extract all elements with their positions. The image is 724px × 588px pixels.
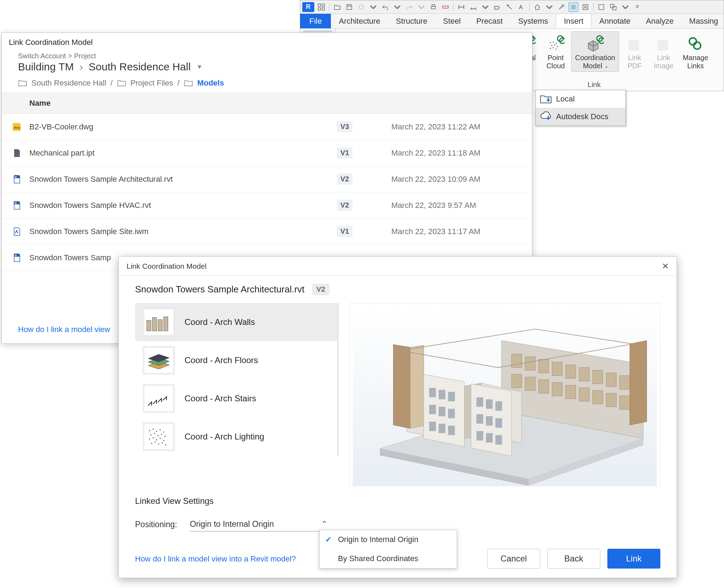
folder-icon	[117, 79, 126, 87]
file-date: March 22, 2023 11:22 AM	[391, 122, 480, 132]
tag-icon[interactable]	[492, 2, 502, 12]
view-item[interactable]: Coord - Arch Stairs	[135, 379, 337, 418]
open-icon[interactable]	[332, 2, 342, 12]
dropdown-caret-icon[interactable]: ▼	[196, 63, 203, 71]
back-button[interactable]: Back	[547, 549, 600, 569]
qat-dropdown-icon[interactable]	[620, 2, 630, 12]
tab-architecture[interactable]: Architecture	[331, 14, 388, 28]
dimension-aligned-icon[interactable]	[468, 2, 478, 12]
table-row[interactable]: Mechanical part.iptV1March 22, 2023 11:1…	[2, 140, 532, 166]
qat-dropdown-icon[interactable]	[392, 2, 402, 12]
svg-text:dwg: dwg	[14, 126, 20, 129]
svg-rect-124	[477, 431, 483, 441]
dropdown-item-autodesk-docs[interactable]: Autodesk Docs	[536, 108, 625, 126]
print-icon[interactable]	[428, 2, 438, 12]
point-cloud-button[interactable]: Point Cloud	[542, 31, 569, 72]
help-link[interactable]: How do I link a model view	[18, 325, 110, 334]
table-row[interactable]: Snowdon Towers Sample Site.iwmV1March 22…	[2, 219, 532, 245]
svg-rect-108	[620, 396, 630, 409]
save-icon[interactable]	[344, 2, 354, 12]
align-icon[interactable]	[504, 2, 514, 12]
positioning-dropdown[interactable]: Origin to Internal Origin ⌃	[190, 517, 328, 531]
close-icon[interactable]: ✕	[662, 261, 669, 271]
help-link[interactable]: How do I link a model view into a Revit …	[135, 554, 296, 564]
tab-structure[interactable]: Structure	[388, 14, 435, 28]
cloud-down-icon	[540, 111, 553, 122]
tab-precast[interactable]: Precast	[468, 14, 510, 28]
dropdown-item-local[interactable]: Local	[536, 90, 625, 108]
wrench-icon[interactable]	[556, 2, 566, 12]
tab-systems[interactable]: Systems	[510, 14, 556, 28]
project-name[interactable]: South Residence Hall	[89, 61, 191, 73]
views-list: Coord - Arch WallsCoord - Arch FloorsCoo…	[135, 303, 339, 456]
tab-steel[interactable]: Steel	[435, 14, 468, 28]
path-seg-1[interactable]: South Residence Hall	[31, 78, 106, 88]
svg-rect-122	[486, 416, 492, 426]
table-row[interactable]: RSnowdon Towers Sample Architectural.rvt…	[2, 166, 532, 192]
dimension-linear-icon[interactable]	[456, 2, 466, 12]
view-item[interactable]: Coord - Arch Lighting	[135, 418, 337, 456]
view-thumbnail	[143, 384, 175, 413]
qat-dropdown-icon[interactable]	[544, 2, 554, 12]
table-row[interactable]: dwgB2-VB-Cooler.dwgV3March 22, 2023 11:2…	[2, 114, 532, 140]
path-seg-3[interactable]: Models	[197, 78, 224, 88]
linked-view-settings-label: Linked View Settings	[119, 486, 677, 509]
path-seg-2[interactable]: Project Files	[130, 78, 173, 88]
positioning-option[interactable]: ✓Origin to Internal Origin	[320, 530, 457, 549]
column-name[interactable]: Name	[29, 99, 51, 108]
org-name[interactable]: Building TM	[18, 61, 74, 73]
view-item[interactable]: Coord - Arch Floors	[135, 341, 337, 379]
qat-dropdown-icon[interactable]	[416, 2, 426, 12]
thin-icon[interactable]	[568, 2, 578, 12]
tab-annotate[interactable]: Annotate	[591, 14, 638, 28]
svg-point-85	[151, 443, 152, 444]
file-name: Snowdon Towers Sample Site.iwm	[29, 227, 337, 236]
svg-point-74	[163, 432, 164, 433]
undo-icon[interactable]	[380, 2, 390, 12]
svg-point-84	[163, 440, 164, 441]
revit-app-icon[interactable]: R	[302, 2, 314, 12]
account-breadcrumb[interactable]: Switch Account > Project	[2, 52, 532, 60]
view-item[interactable]: Coord - Arch Walls	[135, 303, 337, 341]
svg-rect-102	[539, 380, 549, 393]
svg-rect-121	[477, 414, 483, 424]
qat-dropdown-icon[interactable]	[368, 2, 378, 12]
tab-analyze[interactable]: Analyze	[638, 14, 681, 28]
svg-point-77	[158, 435, 159, 436]
link-button[interactable]: Link	[607, 549, 660, 569]
view-label: Coord - Arch Stairs	[185, 394, 256, 403]
manage-links-button[interactable]: Manage Links	[679, 31, 712, 72]
close-hidden-icon[interactable]	[580, 2, 590, 12]
table-row[interactable]: RSnowdon Towers Sample HVAC.rvtV2March 2…	[2, 192, 532, 219]
view-icon[interactable]	[596, 2, 606, 12]
view-label: Coord - Arch Floors	[185, 355, 258, 365]
svg-text:R: R	[15, 254, 17, 257]
positioning-label: Positioning:	[135, 520, 177, 529]
tab-insert[interactable]: Insert	[556, 14, 591, 28]
coordination-model-button[interactable]: Coordination Model ▾	[571, 31, 619, 72]
customize-qat-icon[interactable]	[632, 2, 642, 12]
svg-point-45	[550, 48, 551, 49]
sync-icon[interactable]	[356, 2, 366, 12]
svg-point-46	[553, 47, 554, 48]
measure-icon[interactable]	[440, 2, 450, 12]
svg-rect-120	[495, 401, 502, 411]
tab-file[interactable]: File	[300, 14, 331, 28]
qat-dropdown-icon[interactable]	[480, 2, 490, 12]
cancel-button[interactable]: Cancel	[487, 549, 540, 569]
svg-text:A: A	[519, 4, 523, 10]
home-icon[interactable]	[532, 2, 542, 12]
tab-massing[interactable]: Massing	[682, 14, 724, 28]
grid-icon[interactable]	[316, 2, 326, 12]
text-icon[interactable]: A	[516, 2, 526, 12]
file-name: Mechanical part.ipt	[29, 149, 337, 158]
svg-rect-4	[431, 6, 436, 9]
view-thumbnail	[143, 346, 175, 374]
positioning-option[interactable]: By Shared Coordinates	[320, 549, 457, 568]
redo-icon[interactable]	[404, 2, 414, 12]
quick-access-toolbar: R A	[300, 0, 724, 14]
file-name: Snowdon Towers Sample HVAC.rvt	[29, 201, 337, 210]
switch-windows-icon[interactable]	[608, 2, 618, 12]
version-badge: V2	[337, 174, 352, 185]
model-preview[interactable]	[349, 303, 660, 486]
